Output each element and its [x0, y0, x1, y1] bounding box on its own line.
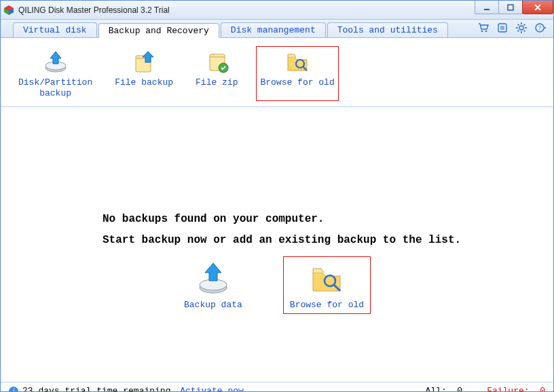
toolbar: Disk/Partition backup File backup File z… — [1, 38, 553, 107]
empty-message: No backups found on your computer. Start… — [103, 209, 461, 250]
toolbtn-label2: backup — [39, 88, 71, 99]
tab-backup-recovery[interactable]: Backup and Recovery — [98, 23, 219, 38]
svg-line-16 — [518, 31, 519, 32]
svg-line-15 — [524, 24, 525, 26]
file-zip-button[interactable]: File zip — [191, 46, 242, 101]
menubar: Virtual disk Backup and Recovery Disk ma… — [1, 20, 553, 38]
svg-point-6 — [485, 31, 487, 33]
browse-for-old-button[interactable]: Browse for old — [256, 46, 338, 101]
tab-label: Virtual disk — [23, 25, 87, 35]
centerbtn-label: Browse for old — [290, 300, 364, 310]
toolbtn-label: File zip — [196, 77, 238, 88]
empty-message-line2: Start backup now or add an existing back… — [103, 230, 461, 250]
file-backup-button[interactable]: File backup — [111, 46, 177, 101]
tab-virtual-disk[interactable]: Virtual disk — [13, 22, 97, 37]
tab-label: Backup and Recovery — [109, 26, 209, 36]
centerbtn-label: Backup data — [184, 300, 242, 310]
svg-text:?: ? — [538, 24, 541, 31]
all-label: All: — [426, 386, 447, 392]
window-controls — [475, 1, 553, 14]
all-count: 0 — [457, 386, 462, 392]
tab-label: Disk manangement — [231, 25, 316, 35]
app-icon — [3, 5, 14, 16]
statusbar: i 23 days trial time remaining. Activate… — [1, 382, 553, 392]
backup-data-button[interactable]: Backup data — [177, 256, 249, 314]
browse-folder-icon — [284, 49, 311, 75]
svg-point-5 — [481, 31, 483, 33]
menubar-right: ? — [477, 22, 547, 34]
help-icon[interactable]: ? — [534, 22, 547, 34]
toolbtn-label: Disk/Partition — [18, 77, 92, 88]
tab-label: Tools and utilities — [337, 25, 438, 35]
svg-line-13 — [518, 24, 519, 26]
failure-label: Failure: — [487, 386, 529, 392]
svg-rect-3 — [484, 9, 490, 10]
tab-disk-management[interactable]: Disk manangement — [221, 22, 326, 37]
toolbtn-label: File backup — [115, 77, 173, 88]
list-icon[interactable] — [496, 22, 509, 34]
svg-line-14 — [524, 31, 525, 32]
browse-for-old-center-button[interactable]: Browse for old — [283, 256, 371, 314]
titlebar: QILING Disk Master Professional 3.2 Tria… — [1, 1, 553, 20]
file-backup-icon — [130, 49, 158, 75]
empty-message-line1: No backups found on your computer. — [103, 209, 461, 229]
disk-backup-icon — [42, 49, 69, 75]
close-button[interactable] — [522, 1, 553, 14]
minimize-button[interactable] — [475, 1, 499, 14]
status-all: All: 0 — [426, 386, 463, 392]
backup-data-icon — [194, 260, 232, 296]
trial-text: 23 days trial time remaining. — [22, 386, 176, 392]
activate-link[interactable]: Activate now — [180, 386, 244, 392]
center-buttons: Backup data Browse for old — [177, 256, 371, 314]
tab-tools-utilities[interactable]: Tools and utilities — [327, 22, 448, 37]
file-zip-icon — [203, 49, 230, 75]
failure-count: 0 — [540, 386, 545, 392]
maximize-button[interactable] — [498, 1, 523, 14]
gear-icon[interactable] — [515, 22, 528, 34]
window-title: QILING Disk Master Professional 3.2 Tria… — [18, 5, 170, 15]
cart-icon[interactable] — [477, 22, 490, 34]
content-area: No backups found on your computer. Start… — [1, 107, 553, 382]
status-failure: Failure: 0 — [487, 386, 545, 392]
disk-partition-backup-button[interactable]: Disk/Partition backup — [14, 46, 96, 101]
svg-point-8 — [519, 26, 523, 30]
browse-folder-large-icon — [308, 260, 346, 296]
svg-rect-4 — [508, 5, 513, 10]
toolbtn-label: Browse for old — [260, 77, 334, 88]
info-icon: i — [9, 387, 18, 392]
